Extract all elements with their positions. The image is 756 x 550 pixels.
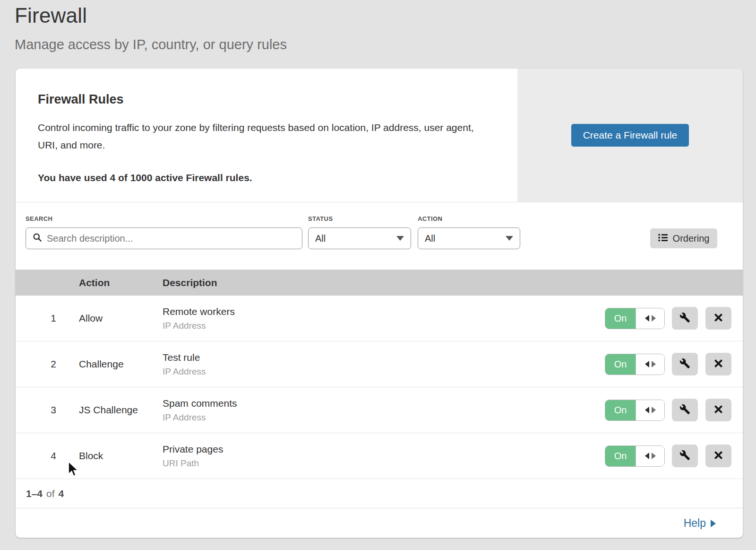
search-label: SEARCH xyxy=(26,215,302,223)
rule-action: Allow xyxy=(79,313,163,324)
rule-field-type: IP Address xyxy=(163,367,535,377)
table-row: 2 Challenge Test rule IP Address On xyxy=(16,341,743,387)
pagination-range: 1–4 xyxy=(26,488,43,499)
arrow-left-icon xyxy=(645,453,649,459)
card-footer: Help xyxy=(16,508,743,538)
rule-priority: 4 xyxy=(16,450,79,462)
filters-bar: SEARCH STATUS All ACTION All xyxy=(16,202,743,270)
rule-description: Test rule xyxy=(163,352,535,363)
status-select-value: All xyxy=(315,233,326,244)
search-input[interactable] xyxy=(47,233,295,244)
rule-enabled-toggle[interactable]: On xyxy=(605,354,665,375)
toggle-on-label: On xyxy=(605,400,636,420)
ordering-button[interactable]: Ordering xyxy=(650,228,717,248)
close-icon xyxy=(713,404,723,416)
chevron-down-icon xyxy=(506,236,513,241)
status-select[interactable]: All xyxy=(308,227,411,249)
toggle-on-label: On xyxy=(605,446,636,466)
rule-priority: 3 xyxy=(16,404,79,416)
rule-enabled-toggle[interactable]: On xyxy=(605,400,665,421)
arrow-right-icon xyxy=(652,407,656,413)
rules-description: Control incoming traffic to your zone by… xyxy=(38,119,487,154)
edit-rule-button[interactable] xyxy=(672,353,698,375)
action-column-header: Action xyxy=(79,277,163,288)
arrow-right-icon xyxy=(711,520,716,527)
wrench-icon xyxy=(679,312,690,324)
toggle-handle[interactable] xyxy=(636,354,664,375)
arrow-right-icon xyxy=(652,361,656,367)
ordered-list-icon xyxy=(658,233,668,244)
rule-action: JS Challenge xyxy=(79,404,163,416)
rule-enabled-toggle[interactable]: On xyxy=(605,445,665,467)
rules-intro-section: Firewall Rules Control incoming traffic … xyxy=(16,69,743,202)
arrow-right-icon xyxy=(652,315,656,322)
toggle-handle[interactable] xyxy=(636,400,664,420)
wrench-icon xyxy=(679,450,690,462)
close-icon xyxy=(713,450,723,462)
ordering-button-label: Ordering xyxy=(673,233,710,244)
table-row: 1 Allow Remote workers IP Address On xyxy=(16,296,743,341)
search-icon xyxy=(33,233,42,244)
rule-field-type: IP Address xyxy=(163,321,535,331)
page-header: Firewall Manage access by IP, country, o… xyxy=(0,0,756,52)
rules-usage-count: You have used 4 of 1000 active Firewall … xyxy=(38,172,495,183)
page-title: Firewall xyxy=(15,4,756,27)
edit-rule-button[interactable] xyxy=(672,399,698,421)
rule-enabled-toggle[interactable]: On xyxy=(605,308,665,329)
toggle-handle[interactable] xyxy=(636,308,664,329)
delete-rule-button[interactable] xyxy=(705,399,731,421)
rule-description: Remote workers xyxy=(163,306,535,317)
action-label: ACTION xyxy=(418,215,520,223)
wrench-icon xyxy=(679,404,690,416)
create-rule-panel: Create a Firewall rule xyxy=(517,69,743,202)
description-column-header: Description xyxy=(163,277,535,288)
edit-rule-button[interactable] xyxy=(672,445,698,467)
arrow-left-icon xyxy=(645,315,649,322)
rule-field-type: URI Path xyxy=(163,458,535,469)
delete-rule-button[interactable] xyxy=(705,445,731,467)
table-header-row: Action Description xyxy=(16,270,743,296)
rules-heading: Firewall Rules xyxy=(38,92,495,107)
page-subtitle: Manage access by IP, country, or query r… xyxy=(15,37,756,52)
rule-action: Block xyxy=(79,450,163,462)
rule-priority: 2 xyxy=(16,358,79,370)
close-icon xyxy=(713,313,723,324)
wrench-icon xyxy=(679,358,690,370)
action-select-value: All xyxy=(425,233,435,244)
arrow-left-icon xyxy=(645,361,649,367)
rule-field-type: IP Address xyxy=(163,412,535,423)
rule-description: Private pages xyxy=(163,444,535,455)
firewall-rules-card: Firewall Rules Control incoming traffic … xyxy=(16,69,743,538)
toggle-on-label: On xyxy=(605,308,636,329)
toggle-handle[interactable] xyxy=(636,446,664,466)
rule-priority: 1 xyxy=(16,313,79,324)
pagination-total: 4 xyxy=(59,488,64,499)
edit-rule-button[interactable] xyxy=(672,307,698,330)
rule-description: Spam comments xyxy=(163,398,535,409)
chevron-down-icon xyxy=(396,236,404,241)
table-row: 3 JS Challenge Spam comments IP Address … xyxy=(16,387,743,433)
toggle-on-label: On xyxy=(605,354,636,375)
rule-action: Challenge xyxy=(79,358,163,370)
action-select[interactable]: All xyxy=(418,227,520,249)
search-field-wrapper xyxy=(26,227,302,249)
delete-rule-button[interactable] xyxy=(705,353,731,375)
close-icon xyxy=(713,358,723,370)
arrow-right-icon xyxy=(652,453,656,459)
pagination-of: of xyxy=(46,488,55,499)
help-link-label: Help xyxy=(684,517,706,530)
pagination-bar: 1–4 of 4 xyxy=(16,479,743,508)
status-label: STATUS xyxy=(308,215,411,223)
create-firewall-rule-button[interactable]: Create a Firewall rule xyxy=(571,124,689,147)
arrow-left-icon xyxy=(645,407,649,413)
help-link[interactable]: Help xyxy=(684,517,716,530)
rules-table-body: 1 Allow Remote workers IP Address On xyxy=(16,296,743,479)
table-row: 4 Block Private pages URI Path On xyxy=(16,433,743,479)
delete-rule-button[interactable] xyxy=(705,307,731,330)
rules-intro-text: Firewall Rules Control incoming traffic … xyxy=(16,69,517,202)
